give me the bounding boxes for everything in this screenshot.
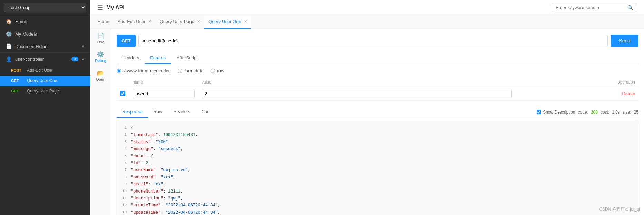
- code-line: 13"updateTime": "2022-04-06T20:44:34",: [120, 209, 635, 215]
- tab-query-user-page-label: Query User Page: [160, 19, 194, 24]
- col-value: value: [198, 78, 515, 87]
- tab-add-edit-user[interactable]: Add-Edit User ✕: [114, 15, 156, 29]
- tab-query-user-one-label: Query User One: [208, 19, 241, 24]
- response-tab-raw[interactable]: Raw: [148, 106, 168, 118]
- tab-add-edit-user-label: Add-Edit User: [118, 19, 146, 24]
- debug-icon: ⚙️: [97, 51, 104, 58]
- sidebar-item-query-user-page[interactable]: GET Query User Page: [0, 86, 90, 96]
- content-sidebar-debug[interactable]: ⚙️ Debug: [95, 51, 106, 63]
- sidebar-group-selector[interactable]: Test Group: [0, 0, 90, 15]
- content-sidebar-open[interactable]: 📂 Open: [96, 70, 105, 81]
- body-type-radio-group: x-www-form-urlencoded form-data raw: [117, 68, 638, 74]
- main-tabs: Home Add-Edit User ✕ Query User Page ✕ Q…: [90, 15, 644, 29]
- response-cost-label: cost:: [601, 110, 609, 115]
- models-icon: ⚙️: [6, 31, 12, 37]
- code-line: 8"password": "xxx",: [120, 174, 635, 181]
- sub-tab-afterscript[interactable]: AfterScript: [171, 52, 203, 64]
- topbar: ☰ My API 🔍: [90, 0, 644, 15]
- method-get-label-2: GET: [11, 89, 23, 93]
- search-icon: 🔍: [627, 5, 633, 10]
- content-sidebar-doc[interactable]: 📄 Doc: [97, 32, 104, 44]
- response-tab-curl[interactable]: Curl: [196, 106, 215, 118]
- radio-form-data[interactable]: form-data: [178, 68, 204, 74]
- show-description-checkbox[interactable]: [537, 110, 541, 114]
- controller-label: user-controller: [15, 57, 71, 62]
- code-line: 12"createTime": "2022-04-06T20:44:34",: [120, 202, 635, 209]
- sidebar-item-home[interactable]: 🏠 Home: [0, 15, 90, 28]
- home-icon: 🏠: [6, 19, 12, 24]
- response-code-label: code:: [578, 110, 588, 115]
- doc-label: Doc: [97, 40, 104, 44]
- query-user-one-label: Query User One: [27, 78, 57, 83]
- sidebar-item-home-label: Home: [15, 19, 27, 24]
- document-icon: 📄: [6, 43, 12, 49]
- open-label: Open: [96, 77, 105, 81]
- main-area: ☰ My API 🔍 Home Add-Edit User ✕ Query Us…: [90, 0, 644, 215]
- sidebar-item-my-models[interactable]: ⚙️ My Models: [0, 28, 90, 40]
- sidebar-item-my-models-label: My Models: [15, 31, 37, 37]
- search-input[interactable]: [556, 5, 625, 10]
- tab-query-user-one[interactable]: Query User One ✕: [204, 15, 251, 29]
- url-input[interactable]: [138, 35, 608, 47]
- sub-tab-headers[interactable]: Headers: [117, 52, 145, 64]
- topbar-title: My API: [106, 4, 125, 11]
- content-area: 📄 Doc ⚙️ Debug 📂 Open GET Send: [90, 29, 644, 215]
- group-select[interactable]: Test Group: [4, 3, 86, 12]
- code-line: 6"id": 2,: [120, 160, 635, 167]
- request-sub-tabs: Headers Params AfterScript: [117, 52, 638, 64]
- response-area: Response Raw Headers Curl Show Des: [117, 106, 638, 215]
- open-icon: 📂: [97, 70, 104, 76]
- response-tab-headers[interactable]: Headers: [168, 106, 196, 118]
- param-value-input-0[interactable]: [202, 89, 512, 98]
- sidebar-controller-section: 👤 user-controller 3 ▲ POST Add-Edit User…: [0, 52, 90, 96]
- param-name-0[interactable]: [129, 87, 198, 101]
- method-get-label-1: GET: [11, 79, 23, 83]
- topbar-left: ☰ My API: [97, 4, 125, 11]
- tab-home[interactable]: Home: [93, 15, 114, 29]
- radio-x-www-form-urlencoded[interactable]: x-www-form-urlencoded: [117, 68, 171, 74]
- sidebar-item-document-helper[interactable]: 📄 DocumentHelper ▼: [0, 40, 90, 52]
- chevron-down-icon: ▼: [81, 44, 85, 48]
- request-area: GET Send Headers Params AfterScript: [111, 29, 644, 215]
- sidebar-controller-user[interactable]: 👤 user-controller 3 ▲: [0, 53, 90, 65]
- response-cost-value: 1.0s: [612, 110, 620, 115]
- add-edit-user-label: Add-Edit User: [27, 68, 53, 73]
- tab-add-edit-user-close[interactable]: ✕: [148, 19, 152, 24]
- code-line: 11"description": "qwj",: [120, 195, 635, 202]
- watermark: CSDN @程序员 jet_qi: [599, 206, 640, 212]
- user-icon: 👤: [6, 56, 12, 62]
- response-size-value: 25: [634, 110, 638, 115]
- response-tab-response[interactable]: Response: [117, 106, 148, 118]
- tab-query-user-page[interactable]: Query User Page ✕: [156, 15, 204, 29]
- code-line: 4"message": "success",: [120, 146, 635, 153]
- tab-query-user-one-close[interactable]: ✕: [244, 19, 247, 24]
- code-line: 9"email": "xx",: [120, 181, 635, 188]
- menu-icon[interactable]: ☰: [97, 4, 103, 11]
- sidebar-item-query-user-one[interactable]: GET Query User One: [0, 76, 90, 86]
- show-description-label[interactable]: Show Description: [537, 110, 575, 115]
- param-checkbox-0[interactable]: [117, 87, 129, 101]
- sidebar-item-add-edit-user[interactable]: POST Add-Edit User: [0, 65, 90, 76]
- response-meta: Show Description code: 200 cost: 1.0s si…: [537, 110, 638, 115]
- sub-tab-params[interactable]: Params: [145, 52, 171, 64]
- controller-badge: 3: [71, 57, 78, 61]
- param-delete-button-0[interactable]: Delete: [622, 91, 635, 96]
- send-button[interactable]: Send: [611, 35, 638, 47]
- method-button[interactable]: GET: [117, 35, 136, 47]
- chevron-up-icon: ▲: [81, 57, 85, 61]
- param-value-0[interactable]: [198, 87, 515, 101]
- col-checkbox: [117, 78, 129, 87]
- radio-raw[interactable]: raw: [211, 68, 224, 74]
- response-header: Response Raw Headers Curl Show Des: [117, 106, 638, 118]
- code-line: 7"userName": "qwj-salve",: [120, 167, 635, 174]
- search-box[interactable]: 🔍: [552, 3, 637, 12]
- col-name: name: [129, 78, 198, 87]
- method-post-label: POST: [11, 68, 23, 72]
- sidebar-item-document-helper-label: DocumentHelper: [15, 44, 49, 49]
- url-bar: GET Send: [117, 35, 638, 47]
- tab-query-user-page-close[interactable]: ✕: [197, 19, 200, 24]
- response-code-value: 200: [591, 110, 598, 115]
- param-row-0: Delete: [117, 87, 638, 101]
- param-name-input-0[interactable]: [133, 89, 195, 98]
- response-code-block: 1{2"timestamp": 1691231155431,3"status":…: [117, 121, 638, 215]
